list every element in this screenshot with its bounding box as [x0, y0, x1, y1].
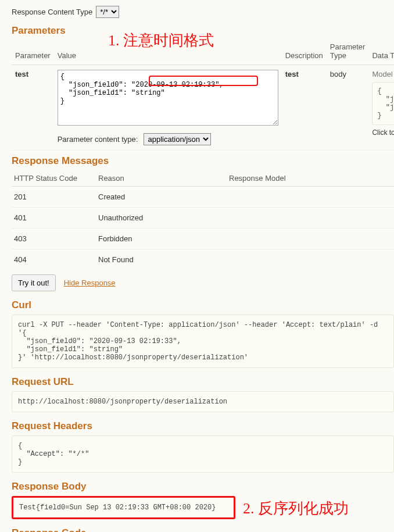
- param-value-textarea[interactable]: [58, 70, 278, 126]
- model-cell: [227, 187, 394, 208]
- response-messages-table: HTTP Status Code Reason Response Model 2…: [12, 170, 394, 270]
- reason-cell: Unauthorized: [96, 208, 227, 228]
- param-name: test: [15, 70, 28, 78]
- th-response-model: Response Model: [227, 170, 394, 187]
- data-type-model-label: Model: [372, 70, 394, 78]
- reason-cell: Created: [96, 187, 227, 208]
- param-content-type-label: Parameter content type:: [58, 135, 138, 144]
- curl-block[interactable]: curl -X PUT --header 'Content-Type: appl…: [12, 315, 394, 368]
- status-code-cell: 404: [12, 249, 96, 270]
- param-description: test: [285, 70, 299, 78]
- th-value: Value: [54, 40, 282, 65]
- response-body-block[interactable]: Test{field0=Sun Sep 13 02:19:33 GMT+08:0…: [12, 496, 235, 519]
- model-cell: [227, 208, 394, 228]
- th-reason: Reason: [96, 170, 227, 187]
- th-parameter: Parameter: [12, 40, 54, 65]
- request-url-heading: Request URL: [12, 376, 394, 388]
- request-headers-heading: Request Headers: [12, 420, 394, 432]
- request-headers-block[interactable]: { "Accept": "*/*" }: [12, 435, 394, 473]
- th-description: Description: [282, 40, 327, 65]
- response-content-type-select[interactable]: */*: [96, 6, 119, 18]
- table-row: 401Unauthorized: [12, 208, 394, 228]
- param-content-type-select[interactable]: application/json: [144, 133, 211, 145]
- response-content-type-row: Response Content Type */*: [12, 6, 394, 18]
- model-cell: [227, 228, 394, 249]
- response-body-heading: Response Body: [12, 481, 394, 492]
- model-schema-box[interactable]: { "j "j }: [372, 82, 394, 125]
- response-content-type-label: Response Content Type: [12, 8, 92, 16]
- th-data-type: Data T: [368, 40, 394, 65]
- curl-heading: Curl: [12, 299, 394, 311]
- parameters-heading: Parameters: [12, 25, 394, 37]
- param-type: body: [327, 65, 369, 151]
- table-row: 404Not Found: [12, 249, 394, 270]
- th-parameter-type: Parameter Type: [327, 40, 369, 65]
- status-code-cell: 403: [12, 228, 96, 249]
- reason-cell: Not Found: [96, 249, 227, 270]
- try-it-out-button[interactable]: Try it out!: [12, 274, 56, 291]
- response-messages-heading: Response Messages: [12, 155, 394, 167]
- table-row: test Parameter content type: application…: [12, 65, 394, 151]
- hide-response-link[interactable]: Hide Response: [64, 279, 116, 287]
- reason-cell: Forbidden: [96, 228, 227, 249]
- status-code-cell: 201: [12, 187, 96, 208]
- actions-row: Try it out! Hide Response: [12, 274, 394, 291]
- status-code-cell: 401: [12, 208, 96, 228]
- th-status-code: HTTP Status Code: [12, 170, 96, 187]
- model-hint: Click to: [372, 128, 394, 137]
- annotation-2: 2. 反序列化成功: [243, 498, 349, 519]
- model-cell: [227, 249, 394, 270]
- parameters-table: Parameter Value Description Parameter Ty…: [12, 40, 394, 151]
- table-row: 201Created: [12, 187, 394, 208]
- response-code-heading: Response Code: [12, 527, 394, 532]
- table-row: 403Forbidden: [12, 228, 394, 249]
- request-url-block[interactable]: http://localhost:8080/jsonproperty/deser…: [12, 391, 394, 412]
